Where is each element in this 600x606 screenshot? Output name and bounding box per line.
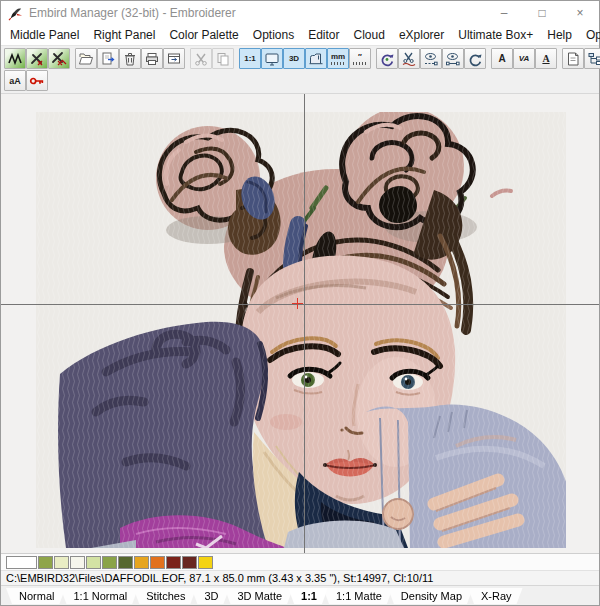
small-window-icon bbox=[166, 51, 182, 67]
design-center-marker bbox=[291, 297, 304, 310]
design-info-text: C:\EMBIRD32\Files\DAFFODIL.EOF, 87.1 x 8… bbox=[1, 570, 599, 585]
screen-preview-button[interactable] bbox=[261, 48, 283, 69]
units-inch-button[interactable]: ″ bbox=[349, 48, 371, 69]
copy-button[interactable] bbox=[212, 48, 234, 69]
export-window-button[interactable] bbox=[163, 48, 185, 69]
thread-scissors-icon bbox=[401, 51, 417, 67]
paste-file-button[interactable] bbox=[97, 48, 119, 69]
monogram-label: A bbox=[542, 53, 549, 64]
ruler-ticks bbox=[331, 62, 345, 65]
thread-color-swatch[interactable] bbox=[70, 556, 85, 569]
lettering-transform-button[interactable]: VA bbox=[513, 48, 535, 69]
page-arrow-icon bbox=[100, 51, 116, 67]
thread-color-swatch[interactable] bbox=[86, 556, 101, 569]
units-inch-label: ″ bbox=[358, 52, 362, 61]
scissors-icon bbox=[193, 51, 209, 67]
tab-density-map[interactable]: Density Map bbox=[388, 588, 473, 604]
window-title: Embird Manager (32-bit) - Embroiderer bbox=[29, 6, 236, 20]
tab-stitches[interactable]: Stitches bbox=[133, 588, 196, 604]
design-tools-button[interactable] bbox=[26, 48, 48, 69]
eye-dashed-line-icon bbox=[423, 51, 439, 67]
cut-button[interactable] bbox=[190, 48, 212, 69]
sewing-machine-button[interactable] bbox=[305, 48, 327, 69]
menu-middle-panel[interactable]: Middle Panel bbox=[3, 26, 86, 44]
menu-cloud[interactable]: Cloud bbox=[347, 26, 392, 44]
thread-trim-button[interactable] bbox=[398, 48, 420, 69]
red-key-icon bbox=[29, 73, 45, 89]
menu-explorer[interactable]: eXplorer bbox=[392, 26, 451, 44]
thread-color-swatch[interactable] bbox=[166, 556, 181, 569]
tab-normal[interactable]: Normal bbox=[6, 588, 65, 604]
units-mm-label: mm bbox=[331, 52, 345, 61]
object-tree-button[interactable] bbox=[584, 48, 600, 69]
tab-3d[interactable]: 3D bbox=[191, 588, 229, 604]
scale-1to1-label: 1:1 bbox=[244, 54, 256, 63]
lettering-button[interactable]: A bbox=[491, 48, 513, 69]
refresh-button[interactable] bbox=[464, 48, 486, 69]
menu-options[interactable]: Options bbox=[246, 26, 301, 44]
hierarchy-tree-icon bbox=[587, 51, 600, 67]
crosshair-vertical-line bbox=[304, 94, 305, 553]
thread-color-swatch[interactable] bbox=[198, 556, 213, 569]
scale-1to1-button[interactable]: 1:1 bbox=[239, 48, 261, 69]
open-folder-icon bbox=[78, 51, 94, 67]
stitch-generator-button[interactable] bbox=[4, 48, 26, 69]
notes-button[interactable] bbox=[562, 48, 584, 69]
circular-arrow-icon bbox=[467, 51, 483, 67]
trash-icon bbox=[122, 51, 138, 67]
menu-color-palette[interactable]: Color Palette bbox=[162, 26, 245, 44]
font-size-label: aA bbox=[9, 76, 21, 86]
view-3d-button[interactable]: 3D bbox=[283, 48, 305, 69]
units-mm-button[interactable]: mm bbox=[327, 48, 349, 69]
show-stitch-points-button[interactable] bbox=[420, 48, 442, 69]
lettering-transform-label: VA bbox=[519, 54, 530, 63]
menu-optional-plugins[interactable]: Optional Plug-ins bbox=[579, 26, 600, 44]
tab-1to1-matte[interactable]: 1:1 Matte bbox=[323, 588, 393, 604]
open-file-button[interactable] bbox=[75, 48, 97, 69]
minimize-button[interactable]: – bbox=[485, 1, 523, 25]
close-button[interactable]: × bbox=[561, 1, 599, 25]
thread-color-swatch[interactable] bbox=[38, 556, 53, 569]
app-window: Embird Manager (32-bit) - Embroiderer – … bbox=[0, 0, 600, 606]
thread-color-swatch[interactable] bbox=[150, 556, 165, 569]
tab-x-ray[interactable]: X-Ray bbox=[468, 588, 523, 604]
lettering-label: A bbox=[498, 53, 505, 64]
rotate-hoop-icon bbox=[379, 51, 395, 67]
title-bar: Embird Manager (32-bit) - Embroiderer – … bbox=[1, 1, 599, 25]
copy-pages-icon bbox=[215, 51, 231, 67]
app-logo-hummingbird-icon bbox=[8, 6, 23, 21]
print-button[interactable] bbox=[141, 48, 163, 69]
menu-help[interactable]: Help bbox=[540, 26, 579, 44]
thread-color-swatch[interactable] bbox=[134, 556, 149, 569]
view-mode-tabs: Normal 1:1 Normal Stitches 3D 3D Matte 1… bbox=[1, 585, 599, 605]
show-jump-stitches-button[interactable] bbox=[442, 48, 464, 69]
tab-3d-matte[interactable]: 3D Matte bbox=[224, 588, 293, 604]
design-tools-all-button[interactable] bbox=[48, 48, 70, 69]
workspace bbox=[1, 93, 599, 553]
status-bar: C:\EMBIRD32\Files\DAFFODIL.EOF, 87.1 x 8… bbox=[1, 553, 599, 585]
delete-file-button[interactable] bbox=[119, 48, 141, 69]
password-key-button[interactable] bbox=[26, 70, 48, 91]
monogram-button[interactable]: A bbox=[535, 48, 557, 69]
thread-color-swatch[interactable] bbox=[6, 556, 37, 569]
note-page-icon bbox=[565, 51, 581, 67]
design-preview bbox=[36, 112, 566, 548]
rotate-hoop-button[interactable] bbox=[376, 48, 398, 69]
menu-right-panel[interactable]: Right Panel bbox=[86, 26, 162, 44]
menu-editor[interactable]: Editor bbox=[301, 26, 346, 44]
crossed-tools-double-icon bbox=[51, 51, 67, 67]
menu-bar: Middle Panel Right Panel Color Palette O… bbox=[1, 25, 599, 45]
thread-color-palette bbox=[1, 554, 599, 570]
tab-1to1[interactable]: 1:1 bbox=[288, 588, 328, 604]
thread-color-swatch[interactable] bbox=[102, 556, 117, 569]
menu-ultimate-box[interactable]: Ultimate Box+ bbox=[451, 26, 540, 44]
thread-color-swatch[interactable] bbox=[118, 556, 133, 569]
ruler-ticks bbox=[353, 62, 367, 65]
toolbar: 1:1 3D mm ″ bbox=[1, 45, 599, 93]
font-size-button[interactable]: aA bbox=[4, 70, 26, 91]
maximize-button[interactable]: □ bbox=[523, 1, 561, 25]
view-3d-label: 3D bbox=[289, 54, 299, 63]
thread-color-swatch[interactable] bbox=[54, 556, 69, 569]
thread-color-swatch[interactable] bbox=[182, 556, 197, 569]
tab-1to1-normal[interactable]: 1:1 Normal bbox=[60, 588, 138, 604]
